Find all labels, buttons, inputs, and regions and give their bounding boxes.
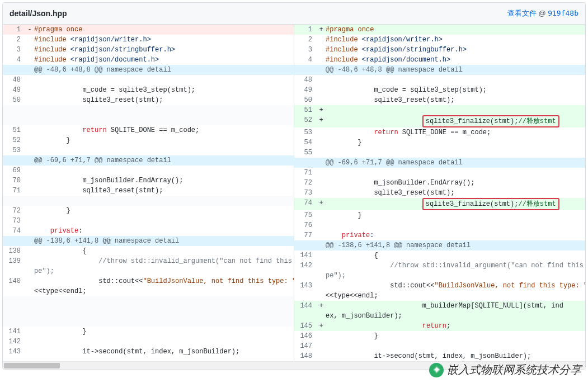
code-line[interactable]: 50 sqlite3_reset(stmt); [294, 95, 585, 105]
line-number[interactable]: 50 [294, 95, 317, 105]
line-number[interactable]: 75 [294, 210, 317, 220]
code-line[interactable]: 148 it->second(stmt, index, m_jsonBuilde… [294, 351, 585, 361]
line-number[interactable]: 142 [294, 261, 317, 271]
code-content[interactable]: sqlite3_finalize(stmt);//释放stmt [326, 115, 585, 127]
code-content[interactable] [34, 75, 294, 85]
code-content[interactable]: } [326, 331, 585, 341]
code-content[interactable]: m_code = sqlite3_step(stmt); [326, 85, 585, 95]
line-number[interactable]: 4 [3, 55, 25, 65]
code-line[interactable]: 49 m_code = sqlite3_step(stmt); [3, 85, 294, 95]
scroll-right-arrow-icon[interactable]: ► [577, 362, 585, 370]
code-line-wrap[interactable]: <<type<<endl; [294, 291, 585, 301]
code-line[interactable]: 71 [294, 168, 585, 178]
code-content[interactable]: return SQLITE_DONE == m_code; [34, 125, 294, 135]
code-line[interactable]: 49 m_code = sqlite3_step(stmt); [294, 85, 585, 95]
line-number[interactable]: 77 [294, 230, 317, 240]
code-line[interactable]: 74+ sqlite3_finalize(stmt);//释放stmt [294, 198, 585, 210]
code-content[interactable]: private: [34, 226, 294, 236]
line-number[interactable]: 4 [294, 55, 317, 65]
code-line[interactable]: 51 return SQLITE_DONE == m_code; [3, 125, 294, 135]
code-line[interactable]: 147 [294, 341, 585, 351]
code-line[interactable]: 2 #include <rapidjson/writer.h> [3, 35, 294, 45]
code-content[interactable] [34, 337, 294, 347]
line-number[interactable]: 54 [294, 138, 317, 148]
code-line[interactable]: 142 [3, 337, 294, 347]
code-line[interactable]: 141 { [294, 250, 585, 261]
line-number[interactable]: 140 [3, 276, 25, 286]
code-line[interactable]: 141 } [3, 327, 294, 337]
line-number[interactable]: 74 [3, 226, 25, 236]
code-content[interactable]: m_code = sqlite3_step(stmt); [34, 85, 294, 95]
line-number[interactable]: 55 [294, 148, 317, 158]
code-line[interactable]: 71 sqlite3_reset(stmt); [3, 186, 294, 196]
line-number[interactable]: 2 [3, 35, 25, 45]
code-line[interactable]: 51+ [294, 105, 585, 115]
code-line[interactable]: 73 sqlite3_reset(stmt); [294, 188, 585, 198]
code-line[interactable]: 140 std::cout<<"BuildJsonValue, not find… [3, 276, 294, 286]
code-line[interactable]: 144+ m_builderMap[SQLITE_NULL](stmt, ind [294, 301, 585, 311]
code-content[interactable] [326, 148, 585, 158]
code-content[interactable]: sqlite3_reset(stmt); [34, 95, 294, 105]
line-number[interactable]: 147 [294, 341, 317, 351]
code-content[interactable] [34, 145, 294, 155]
line-number[interactable]: 142 [3, 337, 25, 347]
line-number[interactable]: 69 [3, 166, 25, 176]
code-content[interactable]: } [326, 138, 585, 148]
code-line[interactable]: 3 #include <rapidjson/stringbuffer.h> [3, 45, 294, 55]
horizontal-scrollbar[interactable]: ◄ ► [3, 361, 585, 369]
line-number[interactable]: 138 [3, 246, 25, 256]
code-content[interactable]: private: [326, 230, 585, 240]
code-content[interactable]: #pragma once [34, 25, 294, 35]
code-line[interactable]: 138 { [3, 246, 294, 256]
line-number[interactable]: 70 [3, 176, 25, 186]
code-content[interactable]: return SQLITE_DONE == m_code; [326, 127, 585, 138]
line-number[interactable]: 146 [294, 331, 317, 341]
code-line[interactable]: 73 [3, 216, 294, 226]
code-line-wrap[interactable]: pe"); [3, 266, 294, 276]
code-line[interactable]: 50 sqlite3_reset(stmt); [3, 95, 294, 105]
line-number[interactable]: 73 [3, 216, 25, 226]
code-content[interactable] [34, 166, 294, 176]
code-line[interactable]: 48 [294, 75, 585, 85]
code-content[interactable]: sqlite3_finalize(stmt);//释放stmt [326, 198, 585, 210]
file-path[interactable]: detail/Json.hpp [10, 9, 67, 18]
line-number[interactable]: 3 [294, 45, 317, 55]
line-number[interactable]: 143 [3, 347, 25, 357]
code-line[interactable]: 4 #include <rapidjson/document.h> [3, 55, 294, 65]
commit-hash-link[interactable]: 919f48b [548, 9, 578, 17]
code-content[interactable] [326, 105, 585, 115]
line-number[interactable]: 141 [3, 327, 25, 337]
code-content[interactable]: } [34, 206, 294, 216]
code-line[interactable]: 53 [3, 145, 294, 155]
code-content[interactable]: return; [326, 321, 585, 331]
code-content[interactable]: } [326, 210, 585, 220]
code-line[interactable]: 1-#pragma once [3, 25, 294, 35]
code-content[interactable]: } [34, 135, 294, 145]
code-line[interactable]: 54 } [294, 138, 585, 148]
line-number[interactable]: 143 [294, 281, 317, 291]
code-line[interactable]: 55 [294, 148, 585, 158]
code-content[interactable]: { [34, 246, 294, 256]
line-number[interactable]: 49 [294, 85, 317, 95]
code-content[interactable]: sqlite3_reset(stmt); [34, 186, 294, 196]
code-line[interactable]: 143 it->second(stmt, index, m_jsonBuilde… [3, 347, 294, 357]
code-content[interactable] [34, 216, 294, 226]
line-number[interactable]: 71 [294, 168, 317, 178]
line-number[interactable]: 50 [3, 95, 25, 105]
code-line[interactable]: 3 #include <rapidjson/stringbuffer.h> [294, 45, 585, 55]
code-line[interactable]: 53 return SQLITE_DONE == m_code; [294, 127, 585, 138]
code-content[interactable]: it->second(stmt, index, m_jsonBuilder); [34, 347, 294, 357]
code-line[interactable]: 74 private: [3, 226, 294, 236]
code-content[interactable]: it->second(stmt, index, m_jsonBuilder); [326, 351, 585, 361]
code-content[interactable] [326, 341, 585, 351]
line-number[interactable]: 51 [3, 125, 25, 135]
code-line[interactable]: 2 #include <rapidjson/writer.h> [294, 35, 585, 45]
code-line[interactable]: 72 } [3, 206, 294, 216]
line-number[interactable]: 2 [294, 35, 317, 45]
code-line[interactable]: 70 m_jsonBuilder.EndArray(); [3, 176, 294, 186]
line-number[interactable]: 52 [3, 135, 25, 145]
code-content[interactable] [326, 220, 585, 230]
code-line[interactable]: 143 std::cout<<"BuildJsonValue, not find… [294, 281, 585, 291]
code-content[interactable]: #pragma once [326, 25, 585, 35]
code-content[interactable] [326, 75, 585, 85]
